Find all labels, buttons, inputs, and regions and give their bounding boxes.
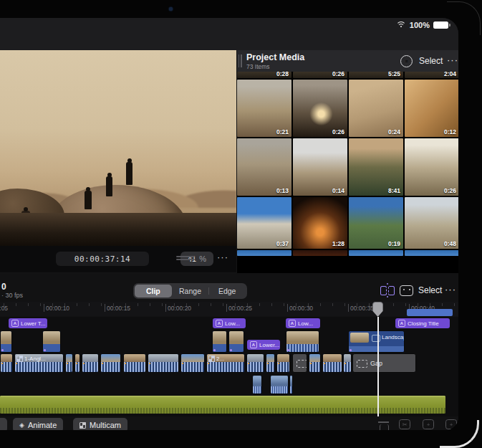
storyline-clip[interactable]: [100, 353, 121, 373]
timecode-display[interactable]: 00:00:37:14: [56, 252, 149, 266]
media-thumbnail[interactable]: 0:26: [293, 80, 347, 137]
media-more-button[interactable]: ···: [447, 54, 458, 65]
connected-clip[interactable]: [0, 330, 12, 353]
storyline-clip[interactable]: [343, 353, 352, 373]
media-thumbnail[interactable]: 0:26: [405, 138, 458, 196]
multicam-button[interactable]: Multicam: [73, 418, 127, 430]
clipped-footer-button[interactable]: [0, 418, 7, 430]
overwrite-button[interactable]: +: [423, 419, 434, 430]
storyline-clip[interactable]: [65, 353, 73, 373]
media-thumbnail[interactable]: 5:25: [349, 72, 403, 78]
connected-clip[interactable]: [286, 330, 319, 353]
title-clip-label: Lower...: [259, 342, 279, 348]
media-thumbnail[interactable]: 0:26: [293, 72, 347, 78]
media-thumbnail[interactable]: [405, 250, 458, 256]
media-thumbnail[interactable]: 0:19: [349, 197, 403, 249]
viewer-more-button[interactable]: ···: [217, 252, 228, 262]
storyline-clip[interactable]: [292, 353, 307, 373]
tab-range[interactable]: Range: [172, 285, 209, 297]
storyline-clip[interactable]: [0, 353, 13, 373]
blade-button[interactable]: ✂: [399, 419, 410, 430]
animate-button[interactable]: ◈ Animate: [13, 418, 63, 430]
media-thumbnail[interactable]: 8:41: [349, 138, 403, 196]
app-screen: 100% ↓ ✎ ↺ ↻ ≡: [0, 18, 458, 430]
clip-waveform: [344, 362, 351, 372]
connected-clip-below[interactable]: [270, 375, 289, 394]
storyline-clip[interactable]: [309, 353, 321, 373]
tab-clip[interactable]: Clip: [135, 285, 172, 297]
title-clip[interactable]: AClosing Title: [395, 318, 450, 328]
clip-duration: 0:26: [332, 128, 344, 135]
clip-thumbnail: [229, 331, 244, 344]
media-thumbnail[interactable]: [237, 250, 291, 256]
connected-bar-clip[interactable]: [407, 309, 453, 316]
pane-resize-handle[interactable]: [176, 256, 195, 261]
media-thumbnail[interactable]: 0:24: [349, 80, 403, 137]
media-thumbnail[interactable]: 0:37: [237, 197, 291, 249]
connected-clip[interactable]: [212, 330, 227, 353]
media-thumbnail[interactable]: 0:13: [237, 138, 291, 196]
panel-grip-icon[interactable]: [238, 54, 243, 67]
gap-label: Gap: [370, 360, 382, 367]
media-thumbnail[interactable]: 2:04: [405, 72, 458, 78]
media-thumbnail[interactable]: 0:14: [293, 138, 347, 196]
ruler-minor-tick: [442, 303, 443, 306]
title-clip[interactable]: ALower...: [247, 340, 280, 350]
storyline-clip[interactable]: Gap: [352, 353, 416, 373]
media-thumbnail[interactable]: 0:48: [405, 197, 458, 249]
storyline-clip[interactable]: [82, 353, 99, 373]
title-clip[interactable]: ALow...: [286, 318, 320, 328]
edit-mode-segmented-control: ClipRangeEdge: [133, 283, 247, 299]
connected-clip[interactable]: [228, 330, 244, 353]
ruler-minor-tick: [77, 303, 77, 306]
tab-edge[interactable]: Edge: [208, 285, 246, 297]
timeline-ruler[interactable]: 00:00:0500:00:1000:00:1500:00:2000:00:25…: [0, 302, 458, 316]
storyline-clip[interactable]: [123, 353, 146, 373]
media-thumbnail[interactable]: [293, 250, 347, 256]
ruler-minor-tick: [89, 303, 90, 306]
media-thumbnail[interactable]: 0:21: [237, 80, 291, 137]
connected-clip[interactable]: Landscap...: [348, 330, 405, 353]
timeline-more-button[interactable]: ···: [445, 284, 456, 295]
storyline-clip[interactable]: 1-Angl...: [14, 353, 64, 373]
viewer-preview[interactable]: 00:00:37:14 41 % ···: [0, 50, 236, 272]
title-clip[interactable]: ALow...: [213, 318, 246, 328]
media-thumbnail[interactable]: 0:12: [405, 80, 458, 137]
media-select-button[interactable]: Select: [419, 56, 443, 66]
filter-button[interactable]: ≡: [400, 55, 413, 67]
storyline-clip[interactable]: [276, 353, 290, 373]
media-thumbnail[interactable]: 1:28: [293, 197, 347, 249]
storyline-clip[interactable]: [246, 353, 264, 373]
media-thumbnail[interactable]: 0:28: [237, 72, 291, 78]
project-name: 0: [1, 282, 6, 292]
clip-waveform: [247, 362, 264, 372]
animate-icon: ◈: [19, 421, 24, 429]
music-audio-clip[interactable]: [0, 396, 445, 414]
scissors-box-icon: ✂: [399, 419, 410, 429]
media-row: 0:371:280:190:48: [237, 197, 458, 249]
ruler-minor-tick: [332, 303, 333, 306]
media-browser-panel: Project Media 73 Items ≡ Select ··· 0:28…: [237, 50, 458, 273]
connected-clip[interactable]: [42, 330, 61, 353]
delete-clip-button[interactable]: [378, 419, 390, 430]
storyline-clip[interactable]: [74, 353, 80, 373]
ruler-label: 00:00:30: [289, 305, 313, 312]
timeline-select-button[interactable]: Select: [418, 285, 442, 295]
multicam-label: Multicam: [90, 421, 121, 429]
storyline-clip[interactable]: [148, 353, 179, 373]
storyline-clip[interactable]: [322, 353, 342, 373]
storyline-clip[interactable]: [180, 353, 205, 373]
connected-clip-below[interactable]: [252, 375, 262, 394]
clip-browser-button[interactable]: [400, 285, 413, 296]
clip-duration: 1:28: [332, 240, 344, 247]
storyline-clip[interactable]: 2...: [206, 353, 245, 373]
multicam-grid-icon: [17, 356, 22, 361]
clip-waveform: [82, 362, 98, 372]
trim-tool-button[interactable]: [380, 285, 395, 296]
storyline-clip[interactable]: [266, 353, 275, 373]
connected-clip-below[interactable]: [289, 375, 293, 394]
media-thumbnail[interactable]: [349, 250, 403, 256]
title-clip[interactable]: ALower T...: [9, 318, 47, 328]
ruler-tick: [44, 304, 44, 312]
clip-waveform: [181, 362, 204, 372]
